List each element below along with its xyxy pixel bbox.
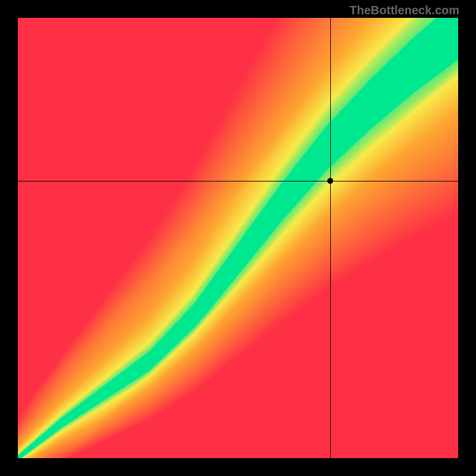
- chart-container: TheBottleneck.com: [0, 0, 476, 476]
- watermark-text: TheBottleneck.com: [350, 4, 459, 17]
- heatmap-canvas: [18, 18, 458, 458]
- marker-dot: [327, 178, 333, 184]
- crosshair-vertical: [330, 18, 331, 458]
- heatmap-plot: [18, 18, 458, 458]
- crosshair-horizontal: [18, 181, 458, 181]
